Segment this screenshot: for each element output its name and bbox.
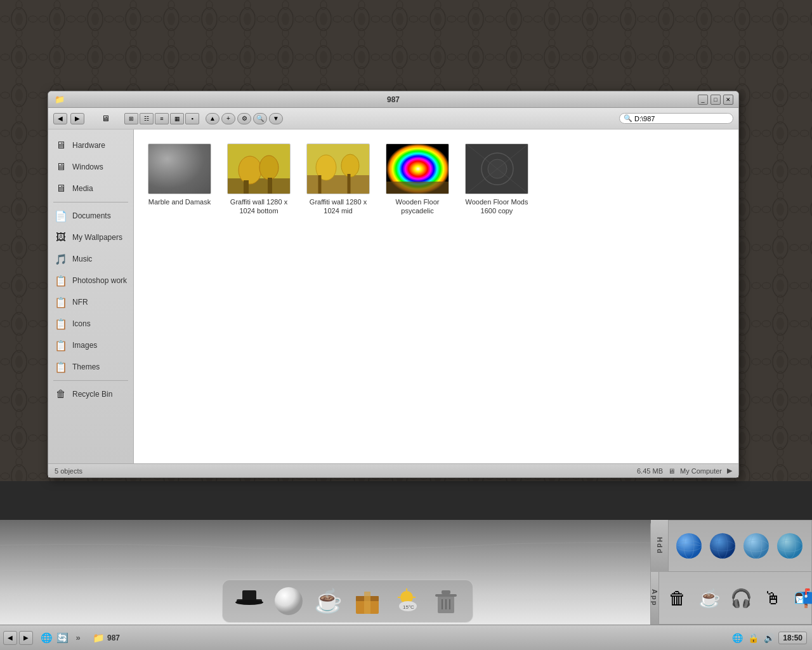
hardware-icon: 🖥: [53, 138, 69, 153]
cup-dock-icon[interactable]: ☕: [695, 583, 724, 613]
nav-back-button[interactable]: ◀: [53, 113, 67, 124]
svg-text:15°C: 15°C: [403, 604, 414, 610]
view-list[interactable]: ≡: [155, 113, 169, 124]
nav-forward-button[interactable]: ▶: [70, 113, 84, 124]
sidebar-item-media[interactable]: 🖥 Media: [48, 178, 133, 199]
view-large-icons[interactable]: ⊞: [124, 113, 138, 124]
globe-teal-icon[interactable]: [775, 531, 805, 561]
globe-light-icon[interactable]: [741, 531, 771, 561]
app-dock: App 🗑 ☕ 🎧 🖱 📬: [650, 572, 812, 625]
svg-rect-15: [307, 175, 369, 194]
sidebar-label-hardware: Hardware: [72, 141, 105, 150]
sidebar: 🖥 Hardware 🖥 Windows 🖥 Media 📄 Documents…: [48, 129, 134, 463]
view-small-icons[interactable]: ☷: [140, 113, 154, 124]
sidebar-label-windows: Windows: [72, 162, 103, 171]
action-add[interactable]: +: [221, 113, 235, 124]
hdd-label: Hdd: [651, 520, 669, 572]
images-icon: 📋: [53, 338, 69, 353]
view-details[interactable]: ▦: [170, 113, 184, 124]
file-item[interactable]: Wooden Floor psycadelic: [383, 140, 452, 219]
sidebar-item-images[interactable]: 📋 Images: [48, 335, 133, 356]
mouse-dock-icon[interactable]: 🖱: [758, 583, 787, 613]
sidebar-item-my-wallpapers[interactable]: 🖼 My Wallpapers: [48, 227, 133, 248]
taskbar-arrow-icon[interactable]: »: [71, 631, 85, 645]
sidebar-item-photoshop-work[interactable]: 📋 Photoshop work: [48, 270, 133, 291]
globe-blue-icon[interactable]: [674, 531, 704, 561]
maximize-button[interactable]: □: [710, 95, 721, 105]
headphone-dock-icon[interactable]: 🎧: [726, 583, 756, 613]
weather-svg: 15°C: [391, 586, 422, 616]
trash-dock-icon[interactable]: 🗑: [663, 583, 692, 613]
sidebar-item-nfr[interactable]: 📋 NFR: [48, 291, 133, 313]
taskbar-clock: 18:50: [778, 632, 807, 644]
icons-icon: 📋: [53, 316, 69, 331]
tophat-svg: [233, 585, 265, 617]
taskbar-folder-label: 987: [107, 633, 120, 642]
file-manager-window: 📁 987 _ □ ✕ ◀ ▶ 🖥 ⊞ ☷ ≡ ▦ ▪ ▲ + ⚙ 🔍 ▼: [48, 91, 739, 478]
sidebar-item-music[interactable]: 🎵 Music: [48, 248, 133, 270]
svg-rect-58: [442, 590, 450, 594]
coffee-icon[interactable]: ☕: [311, 584, 345, 618]
svg-point-11: [259, 156, 278, 180]
file-item[interactable]: Marble and Damask: [145, 140, 214, 219]
action-settings[interactable]: ⚙: [237, 113, 251, 124]
toolbar-view-buttons: ⊞ ☷ ≡ ▦ ▪: [124, 113, 199, 124]
weather-icon[interactable]: 15°C: [390, 584, 424, 618]
svg-point-36: [743, 533, 769, 559]
file-label: Graffiti wall 812 x 650 mid: [306, 197, 370, 216]
sidebar-divider-1: [53, 202, 128, 202]
file-size: 6.45 MB: [637, 467, 663, 475]
sidebar-item-documents[interactable]: 📄 Documents: [48, 205, 133, 227]
sidebar-item-windows[interactable]: 🖥 Windows: [48, 156, 133, 178]
svg-rect-13: [268, 178, 272, 194]
taskbar-refresh-icon[interactable]: 🔄: [55, 631, 69, 645]
minimize-button[interactable]: _: [698, 95, 708, 105]
sidebar-label-icons: Icons: [72, 319, 91, 328]
trash-main-icon[interactable]: [429, 584, 463, 618]
file-item[interactable]: Graffiti wall 812 x 650 mid: [303, 140, 373, 219]
taskbar-world-icon[interactable]: 🌐: [39, 631, 53, 645]
action-up[interactable]: ▲: [206, 113, 219, 124]
tray-network-icon[interactable]: 🌐: [731, 632, 743, 644]
sidebar-label-photoshop-work: Photoshop work: [72, 276, 127, 285]
taskbar-back-btn[interactable]: ◀: [3, 631, 17, 645]
content-area: Marble and Damask Graffi: [134, 129, 738, 463]
sidebar-item-themes[interactable]: 📋 Themes: [48, 356, 133, 378]
globe-dark-icon[interactable]: [707, 531, 738, 561]
file-thumbnail: [227, 143, 291, 194]
view-tiles[interactable]: ▪: [185, 113, 199, 124]
arrow-icon: ▶: [727, 467, 732, 475]
file-grid: Marble and Damask Graffi: [141, 137, 731, 222]
sphere-icon[interactable]: [272, 584, 306, 618]
package-icon[interactable]: [350, 584, 384, 618]
file-item[interactable]: Wooden Floor Mods 1600 copy: [462, 140, 532, 219]
themes-icon: 📋: [53, 359, 69, 375]
graffiti1-thumb: [228, 143, 290, 194]
action-search[interactable]: 🔍: [253, 113, 267, 124]
sidebar-item-recycle-bin[interactable]: 🗑 Recycle Bin: [48, 383, 133, 405]
photoshop-icon: 📋: [53, 273, 69, 288]
file-thumbnail: [306, 143, 370, 194]
file-thumbnail: [465, 143, 528, 194]
file-label: Marble and Damask: [148, 197, 211, 206]
thumb-marble: [148, 144, 211, 194]
media-icon: 🖥: [53, 181, 69, 196]
tray-security-icon[interactable]: 🔒: [747, 632, 759, 644]
taskbar-folder-item: 📁 987: [88, 631, 123, 645]
close-button[interactable]: ✕: [723, 95, 733, 105]
side-dock: Hdd: [644, 520, 812, 625]
sidebar-label-my-wallpapers: My Wallpapers: [72, 233, 122, 242]
mail-dock-icon[interactable]: 📬: [790, 583, 812, 613]
sidebar-item-icons[interactable]: 📋 Icons: [48, 313, 133, 335]
sidebar-divider-2: [53, 380, 128, 381]
file-item[interactable]: Graffiti wall 812 x 650 bottom: [224, 140, 294, 219]
tray-volume-icon[interactable]: 🔊: [763, 632, 775, 644]
window-left-controls: 📁: [53, 94, 66, 105]
tophat-icon[interactable]: [232, 584, 266, 618]
sidebar-item-hardware[interactable]: 🖥 Hardware: [48, 135, 133, 156]
search-input[interactable]: [634, 115, 723, 123]
taskbar-forward-btn[interactable]: ▶: [19, 631, 33, 645]
globe-svg-3: [742, 532, 770, 560]
computer-label: My Computer: [680, 467, 722, 475]
action-menu[interactable]: ▼: [269, 113, 283, 124]
